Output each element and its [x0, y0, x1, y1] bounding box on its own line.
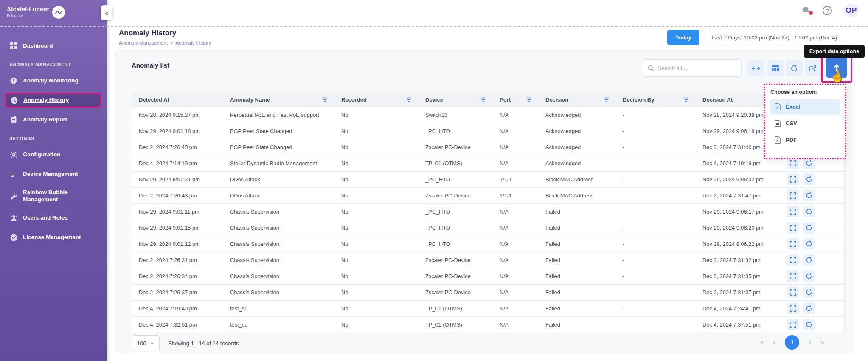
sidebar-section-settings: SETTINGS — [9, 136, 101, 141]
cell-decision-by: - — [616, 155, 696, 171]
wrench-icon — [9, 192, 18, 200]
page-size-value: 100 — [137, 340, 146, 347]
sidebar-item-anomaly-monitoring[interactable]: Anomaly Monitoring — [5, 73, 101, 88]
open-external-button[interactable] — [805, 60, 821, 76]
user-avatar[interactable]: OP — [844, 4, 859, 17]
redo-decision-button[interactable] — [803, 173, 815, 185]
expand-row-button[interactable] — [787, 238, 799, 250]
cell-port: N/A — [493, 155, 539, 171]
sidebar-item-license-management[interactable]: License Management — [5, 230, 101, 245]
export-option-pdf[interactable]: λ PDF — [770, 133, 840, 147]
export-option-label: CSV — [786, 120, 797, 127]
today-button[interactable]: Today — [667, 30, 699, 45]
sidebar-item-users-and-roles[interactable]: Users and Roles — [5, 211, 101, 226]
cell-anomaly-name: Perpetual PoE and Fast PoE support — [223, 107, 334, 123]
cell-detected-at: Dec 2, 2024 7:26:34 pm — [132, 268, 223, 284]
export-option-csv[interactable]: CSV — [770, 116, 840, 131]
table-row[interactable]: Nov 28, 2024 9:15:37 pm Perpetual PoE an… — [132, 107, 845, 123]
sidebar-item-device-management[interactable]: Device Management — [5, 166, 101, 182]
table-row[interactable]: Dec 2, 2024 7:26:34 pm Chassis Supervisi… — [132, 268, 845, 284]
cell-decision: Block MAC Address — [539, 171, 616, 187]
table-row[interactable]: Dec 2, 2024 7:26:40 pm BGP Peer State Ch… — [132, 139, 845, 155]
cell-decision: Block MAC Address — [539, 187, 616, 203]
page-size-select[interactable]: 100 ⌄ — [132, 335, 160, 351]
brand-sub: Enterprise — [7, 14, 49, 18]
chevron-down-icon: ⌄ — [149, 339, 154, 346]
breadcrumb-item[interactable]: Anomaly Management — [119, 40, 168, 45]
cell-port: 1/1/1 — [493, 187, 539, 203]
export-option-label: Excel — [786, 104, 800, 110]
column-header-recorded[interactable]: Recorded — [334, 93, 419, 107]
table-row[interactable]: Dec 2, 2024 7:26:31 pm Chassis Supervisi… — [132, 252, 845, 268]
expand-row-button[interactable] — [787, 270, 799, 282]
first-page-button[interactable]: « — [760, 338, 764, 347]
sidebar-item-rainbow-bubble-management[interactable]: Rainbow Bubble Management — [5, 186, 101, 206]
columns-button[interactable] — [767, 60, 784, 76]
expand-row-button[interactable] — [787, 173, 799, 185]
cell-decision-by: - — [616, 300, 696, 316]
current-page-button[interactable]: 1 — [785, 335, 799, 350]
column-header-detected-at[interactable]: Detected At — [132, 93, 223, 107]
redo-decision-button[interactable] — [803, 189, 815, 201]
expand-row-button[interactable] — [787, 206, 799, 217]
table-row[interactable]: Nov 29, 2024 9:01:15 pm Chassis Supervis… — [132, 220, 845, 236]
export-option-excel[interactable]: x Excel — [770, 99, 840, 114]
cell-detected-at: Nov 29, 2024 9:01:12 pm — [132, 236, 223, 252]
table-row[interactable]: Dec 4, 2024 7:19:40 pm test_su No TP_01 … — [132, 300, 845, 316]
license-check-icon — [9, 234, 18, 242]
search-icon — [648, 65, 654, 71]
table-row[interactable]: Nov 29, 2024 9:01:11 pm Chassis Supervis… — [132, 203, 845, 220]
table-row[interactable]: Nov 29, 2024 9:01:21 pm DDos Attack No _… — [132, 171, 845, 187]
cell-decision-by: - — [616, 139, 696, 155]
expand-row-button[interactable] — [787, 222, 799, 234]
fit-columns-button[interactable] — [747, 60, 764, 76]
refresh-button[interactable] — [786, 60, 803, 76]
last-page-button[interactable]: » — [820, 338, 824, 347]
table-row[interactable]: Nov 29, 2024 9:01:12 pm Chassis Supervis… — [132, 236, 845, 252]
redo-decision-button[interactable] — [803, 222, 815, 234]
notification-badge — [809, 11, 813, 15]
sidebar-item-dashboard[interactable]: Dashboard — [5, 38, 101, 54]
table-row[interactable]: Dec 2, 2024 7:26:37 pm Chassis Supervisi… — [132, 284, 845, 300]
table-row[interactable]: Dec 4, 2024 7:14:19 pm Stellar Dynamic R… — [132, 155, 845, 171]
prev-page-button[interactable]: ‹ — [773, 338, 775, 347]
sidebar-item-anomaly-history[interactable]: Anomaly History — [5, 93, 101, 108]
sidebar-collapse-button[interactable]: « — [101, 5, 112, 20]
redo-decision-button[interactable] — [803, 286, 815, 298]
search-input[interactable] — [657, 65, 737, 71]
redo-decision-button[interactable] — [803, 319, 815, 330]
expand-row-button[interactable] — [787, 254, 799, 266]
expand-row-button[interactable] — [787, 286, 799, 298]
records-summary: Showing 1 - 14 of 14 records — [168, 340, 239, 347]
column-header-device[interactable]: Device — [419, 93, 493, 107]
expand-row-button[interactable] — [787, 302, 799, 314]
table-row[interactable]: Dec 4, 2024 7:32:51 pm test_su No TP_01 … — [132, 316, 845, 333]
column-header-port[interactable]: Port — [493, 93, 539, 107]
fullscreen-icon — [790, 322, 796, 328]
cell-anomaly-name: BGP Peer State Changed — [223, 123, 334, 139]
sidebar-item-anomaly-report[interactable]: Anomaly Report — [5, 112, 101, 127]
table-row[interactable]: Dec 2, 2024 7:26:43 pm DDos Attack No Zs… — [132, 187, 845, 203]
redo-decision-button[interactable] — [803, 254, 815, 266]
breadcrumb-item[interactable]: Anomaly History — [176, 40, 211, 45]
cell-anomaly-name: Stellar Dynamic Radio Management — [223, 155, 334, 171]
cell-anomaly-name: test_su — [223, 316, 334, 333]
sidebar-item-configuration[interactable]: Configuration — [5, 147, 101, 162]
date-range-picker[interactable]: Last 7 Days: 10:02 pm (Nov 27) - 10:02 p… — [702, 30, 846, 45]
redo-decision-button[interactable] — [803, 270, 815, 282]
help-button[interactable]: ? — [823, 6, 832, 15]
cell-decision-at: Nov 29, 2024 9:06:20 pm — [696, 220, 780, 236]
expand-row-button[interactable] — [787, 319, 799, 330]
column-header-decision[interactable]: Decision↑ — [539, 93, 616, 107]
column-header-decision-by[interactable]: Decision By — [616, 93, 696, 107]
notifications-button[interactable] — [801, 6, 811, 15]
redo-decision-button[interactable] — [803, 206, 815, 217]
expand-row-button[interactable] — [787, 189, 799, 201]
next-page-button[interactable]: › — [809, 338, 811, 347]
redo-decision-button[interactable] — [803, 238, 815, 250]
table-row[interactable]: Nov 29, 2024 9:01:18 pm BGP Peer State C… — [132, 123, 845, 139]
column-header-anomaly-name[interactable]: Anomaly Name — [223, 93, 334, 107]
sidebar: Alcatel-Lucent Enterprise Dashboard ANOM… — [0, 0, 107, 361]
redo-decision-button[interactable] — [803, 302, 815, 314]
cell-anomaly-name: Chassis Supervision — [223, 284, 334, 300]
